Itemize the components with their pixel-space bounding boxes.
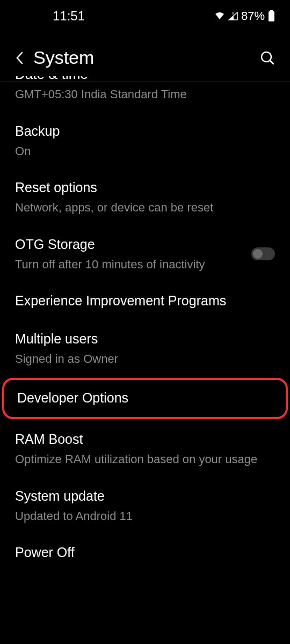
setting-reset[interactable]: Reset options Network, apps, or device c… (0, 169, 290, 225)
setting-subtitle: Turn off after 10 minutes of inactivity (15, 257, 251, 273)
setting-experience-improvement[interactable]: Experience Improvement Programs (0, 282, 290, 320)
setting-multiple-users[interactable]: Multiple users Signed in as Owner (0, 320, 290, 377)
status-time: 11:51 (53, 9, 85, 24)
setting-title: Backup (15, 122, 275, 141)
setting-subtitle: Signed in as Owner (15, 352, 275, 367)
setting-developer-options[interactable]: Developer Options (2, 378, 288, 419)
svg-text:x: x (232, 12, 234, 15)
setting-subtitle: On (15, 144, 275, 159)
setting-system-update[interactable]: System update Updated to Android 11 (0, 477, 290, 534)
setting-otg[interactable]: OTG Storage Turn off after 10 minutes of… (0, 225, 290, 282)
setting-title: Power Off (15, 543, 275, 562)
setting-title: Experience Improvement Programs (15, 291, 275, 310)
setting-title: Reset options (15, 178, 275, 197)
page-header: System (0, 30, 290, 81)
status-indicators: x 87% (214, 9, 275, 23)
wifi-icon (214, 12, 225, 20)
setting-power-off[interactable]: Power Off (0, 533, 290, 572)
back-icon[interactable] (15, 51, 24, 65)
svg-rect-2 (269, 11, 274, 21)
setting-datetime[interactable]: Date & time GMT+05:30 India Standard Tim… (0, 76, 290, 112)
otg-toggle[interactable] (251, 247, 275, 260)
svg-rect-1 (270, 10, 273, 11)
toggle-thumb (253, 249, 263, 259)
signal-icon: x (228, 12, 238, 20)
setting-subtitle: Updated to Android 11 (15, 509, 275, 524)
settings-list: Date & time GMT+05:30 India Standard Tim… (0, 76, 290, 572)
setting-title: Developer Options (17, 389, 273, 407)
battery-percentage: 87% (241, 9, 265, 23)
setting-backup[interactable]: Backup On (0, 112, 290, 169)
setting-title: System update (15, 487, 275, 506)
search-icon[interactable] (260, 50, 275, 65)
setting-title: RAM Boost (15, 430, 275, 449)
setting-subtitle: Optimize RAM utilization based on your u… (15, 452, 275, 467)
page-title: System (33, 47, 94, 68)
setting-subtitle: Network, apps, or device can be reset (15, 200, 275, 216)
setting-subtitle: GMT+05:30 India Standard Time (15, 87, 275, 103)
svg-line-4 (270, 61, 273, 64)
setting-ram-boost[interactable]: RAM Boost Optimize RAM utilization based… (0, 420, 290, 477)
status-bar: 11:51 x 87% (0, 0, 290, 30)
setting-title: Date & time (15, 76, 275, 84)
setting-title: OTG Storage (15, 235, 251, 254)
battery-icon (268, 10, 275, 22)
setting-title: Multiple users (15, 330, 275, 348)
